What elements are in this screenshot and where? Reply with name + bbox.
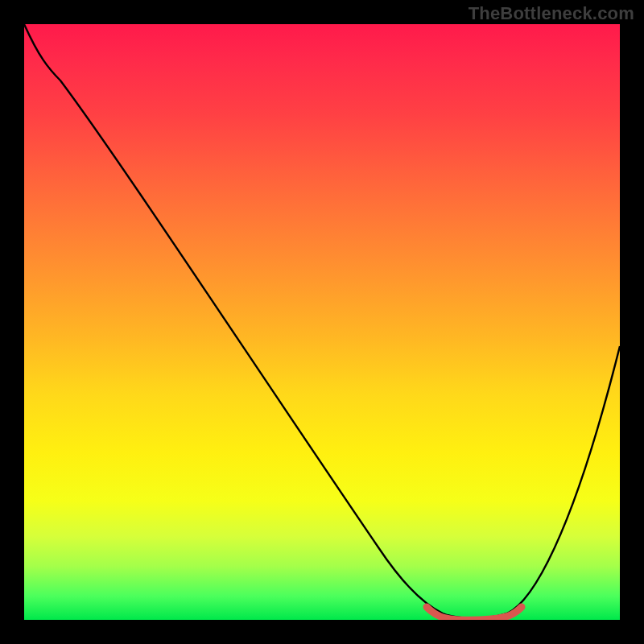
watermark-label: TheBottleneck.com [469,3,634,24]
chart-frame: TheBottleneck.com [0,0,644,644]
bottleneck-curve [24,24,620,618]
plot-area [24,24,620,620]
floor-highlight-segment [427,607,522,620]
curve-layer [24,24,620,620]
